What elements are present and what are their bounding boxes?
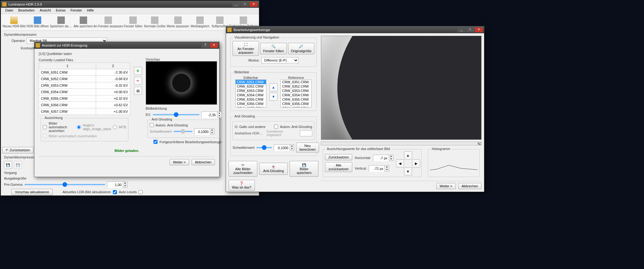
recalc-button[interactable]: Neu berechnen <box>296 143 319 153</box>
wizard-cancel-button[interactable]: Abbrechen <box>192 159 215 165</box>
adv-check[interactable] <box>153 140 158 144</box>
list-item[interactable]: CRW_6353.CRW <box>236 89 266 93</box>
resize-grip[interactable]: ⤡ <box>477 142 481 145</box>
tools-max-button[interactable]: □ <box>466 27 474 32</box>
ev-spin[interactable]: ▲▼ <box>201 112 222 118</box>
list-item[interactable]: CRW_6355.CRW <box>281 97 311 102</box>
corr-input[interactable] <box>300 130 312 136</box>
tb-saveas[interactable]: Speichern als ... <box>49 16 73 29</box>
file-row[interactable]: CRW_6352.CRW-0.68 EV <box>39 76 130 82</box>
nudge-up[interactable]: ▲ <box>404 151 412 159</box>
add-file-button[interactable]: ✚ <box>134 67 142 75</box>
wizard-close-button[interactable]: ✕ <box>210 43 218 48</box>
orig-button[interactable]: 🔎Originalgröße <box>288 43 314 54</box>
list-item[interactable]: CRW_6356.CRW <box>281 102 311 106</box>
big-preview[interactable] <box>321 36 482 140</box>
tools-min-button[interactable]: _ <box>457 27 465 32</box>
menu-edit[interactable]: Bearbeiten <box>16 8 37 14</box>
vert-spin[interactable]: ▲▼ <box>369 165 389 171</box>
menu-extras[interactable]: Extras <box>53 8 68 14</box>
col1[interactable]: 1 <box>39 63 96 69</box>
maximize-button[interactable]: □ <box>241 2 249 7</box>
hugin-radio[interactable] <box>77 125 81 129</box>
ag-button[interactable]: 👻Anti-Ghosting <box>259 163 288 175</box>
list-item[interactable]: CRW_6357.CRW <box>236 106 266 107</box>
pregamma-spin[interactable]: ▲▼ <box>107 181 127 188</box>
nudge-right[interactable]: ▶ <box>412 159 420 167</box>
thresh-slider2[interactable] <box>256 147 272 148</box>
nudge-left[interactable]: ◀ <box>396 159 404 167</box>
hscrollbar[interactable]: ⤡ <box>321 142 482 145</box>
thresh-spin[interactable]: ▲▼ <box>194 128 215 134</box>
menu-view[interactable]: Ansicht <box>37 8 53 14</box>
list-item[interactable]: CRW_6355.CRW <box>236 97 266 102</box>
file-row[interactable]: CRW_6356.CRW+0.62 EV <box>39 102 130 108</box>
saveimgs-button[interactable]: 💾Bilder speichern <box>290 161 318 177</box>
file-row[interactable]: CRW_6355.CRW+0.32 EV <box>39 95 130 102</box>
thresh-spin2[interactable]: ▲▼ <box>274 144 294 151</box>
ldr-update-check[interactable] <box>113 190 117 194</box>
wizard-help-button[interactable]: ? <box>201 43 209 48</box>
tb-fill[interactable]: Fenster füllen <box>123 16 144 29</box>
col2[interactable]: 2 <box>96 63 130 69</box>
tb-saveall[interactable]: Alle speichern <box>73 16 94 29</box>
minimize-button[interactable]: _ <box>232 2 240 7</box>
nudge-down[interactable]: ▼ <box>404 167 412 176</box>
preview-update-button[interactable]: Vorschau aktualisieren <box>11 189 53 195</box>
tb-normal[interactable]: Normale Größe <box>144 16 166 29</box>
tools-next-button[interactable]: Weiter > <box>436 183 456 189</box>
whatsthis-button[interactable]: ❓Was ist das? <box>229 180 255 191</box>
tb-open[interactable]: HDR-Bild öffnen <box>26 16 50 29</box>
file-row[interactable]: CRW_6351.CRW-2.35 EV <box>39 69 130 76</box>
ev-slider[interactable] <box>153 114 199 115</box>
auto-align-check[interactable] <box>43 125 47 129</box>
tools-close-button[interactable]: ✕ <box>475 27 483 32</box>
resetall-button[interactable]: Alle zurücksetzen <box>325 162 352 172</box>
wizard-next-button[interactable]: Weiter > <box>170 159 189 165</box>
mode-select[interactable]: Differenz (E-P) <box>261 57 299 63</box>
tools-cancel-button[interactable]: Abbrechen <box>458 183 482 189</box>
menu-help[interactable]: Hilfe <box>84 8 96 14</box>
list-item[interactable]: CRW_6353.CRW <box>281 89 311 93</box>
list-item[interactable]: CRW_6351.CRW <box>236 80 266 84</box>
tools-titlebar[interactable]: Bearbeitungswerkzeuge _ □ ✕ <box>226 26 484 33</box>
list-item[interactable]: CRW_6357.CRW <box>281 106 311 107</box>
move-up-button[interactable]: ▲ <box>269 83 278 91</box>
list-item[interactable]: CRW_6351.CRW <box>281 80 311 84</box>
file-row[interactable]: CRW_6357.CRW+1.00 EV <box>39 108 130 115</box>
move-down-button[interactable]: ▼ <box>269 93 278 101</box>
list-item[interactable]: CRW_6352.CRW <box>281 84 311 89</box>
reset-button2[interactable]: Zurücksetzen <box>325 154 352 160</box>
main-titlebar[interactable]: Luminance HDR 2.5.0 _ □ ✕ <box>1 1 259 8</box>
remove-file-button[interactable]: ━ <box>134 77 142 85</box>
clear-files-button[interactable]: ▤ <box>134 87 142 95</box>
pregamma-slider[interactable] <box>24 184 105 185</box>
reference-list[interactable]: CRW_6351.CRW CRW_6352.CRW CRW_6353.CRW C… <box>281 80 312 107</box>
autolevels-check[interactable] <box>139 190 143 194</box>
list-item[interactable]: CRW_6352.CRW <box>236 84 266 89</box>
fit-button[interactable]: ⛶An Fenster anpassen <box>233 41 259 56</box>
save-icon-button[interactable]: 💾 <box>4 161 12 169</box>
wizard-titlebar[interactable]: Assistent zur HDR-Erzeugung ? ✕ <box>34 42 219 49</box>
tb-new[interactable]: Neues HDR-Bild <box>2 16 26 29</box>
tb-wb[interactable]: Weißabgleich <box>190 16 211 29</box>
list-item[interactable]: CRW_6354.CRW <box>281 93 311 97</box>
file-row[interactable]: CRW_6354.CRW+0.00 EV <box>39 89 130 95</box>
list-item[interactable]: CRW_6356.CRW <box>236 102 266 106</box>
auto-ag-check2[interactable] <box>274 125 278 129</box>
close-button[interactable]: ✕ <box>250 2 258 7</box>
fill-button[interactable]: 🔍Fenster füllen <box>260 43 286 54</box>
mtb-radio[interactable] <box>113 125 117 129</box>
file-row[interactable]: CRW_6353.CRW-0.32 EV <box>39 82 130 89</box>
horiz-spin[interactable]: ▲▼ <box>373 155 393 161</box>
auto-ag-check[interactable] <box>150 123 154 127</box>
cropall-button[interactable]: ✂Alle Bilder zuschneiden <box>229 161 257 177</box>
menu-file[interactable]: Datei <box>3 8 16 14</box>
tb-fit[interactable]: An Fenster anpassen <box>94 16 123 29</box>
save2-icon-button[interactable]: 💾 <box>14 161 22 169</box>
reset-button[interactable]: ↶Zurücksetzen <box>2 147 33 153</box>
list-item[interactable]: CRW_6354.CRW <box>236 93 266 97</box>
editable-list[interactable]: CRW_6351.CRW CRW_6352.CRW CRW_6353.CRW C… <box>235 80 266 107</box>
tb-adjust[interactable]: Werte anpassen <box>166 16 190 29</box>
menu-window[interactable]: Fenster <box>68 8 84 14</box>
